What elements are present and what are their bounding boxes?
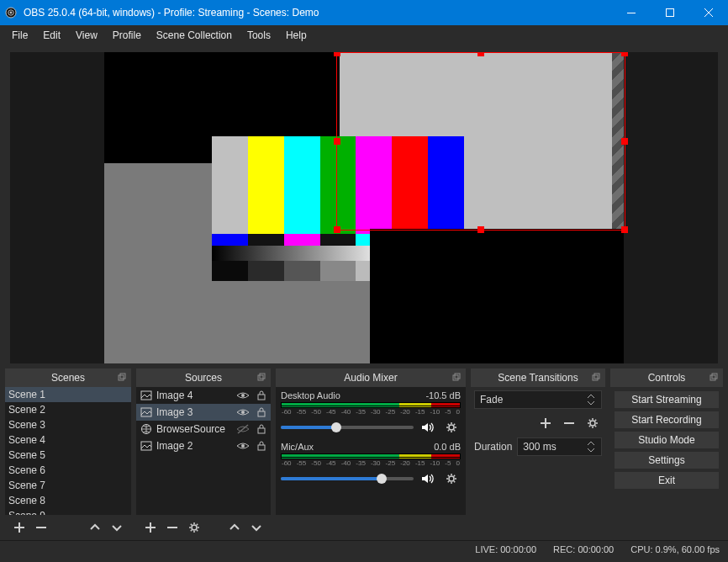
menu-scene-collection[interactable]: Scene Collection	[150, 27, 239, 44]
window-close-button[interactable]	[689, 0, 728, 25]
move-source-down-button[interactable]	[247, 518, 266, 537]
source-properties-button[interactable]	[185, 518, 203, 537]
visibility-toggle[interactable]	[235, 406, 251, 419]
window-maximize-button[interactable]	[651, 0, 689, 25]
popout-icon[interactable]	[451, 371, 462, 383]
remove-transition-button[interactable]	[560, 414, 578, 432]
scene-item[interactable]: Scene 8	[5, 493, 131, 508]
chevron-down-icon[interactable]	[586, 400, 596, 406]
scene-item[interactable]: Scene 2	[5, 402, 131, 417]
exit-button[interactable]: Exit	[614, 471, 720, 490]
transitions-panel-header: Scene Transitions	[471, 368, 605, 387]
controls-panel-header: Controls	[610, 368, 723, 387]
lock-toggle[interactable]	[254, 389, 269, 402]
image-source-icon	[140, 389, 153, 402]
channel-settings-button[interactable]	[442, 418, 461, 437]
scene-item[interactable]: Scene 6	[5, 463, 131, 478]
studio-mode-button[interactable]: Studio Mode	[614, 431, 720, 449]
statusbar: LIVE: 00:00:00 REC: 00:00:00 CPU: 0.9%, …	[0, 540, 728, 557]
popout-icon[interactable]	[256, 371, 267, 383]
svg-rect-26	[594, 374, 599, 379]
svg-rect-17	[141, 442, 151, 450]
menu-view[interactable]: View	[69, 27, 104, 44]
sources-list[interactable]: Image 4 Image 3 BrowserSource Image 2	[136, 387, 271, 515]
transitions-panel-title: Scene Transitions	[498, 372, 578, 384]
source-item[interactable]: BrowserSource	[136, 421, 271, 437]
add-scene-button[interactable]	[10, 518, 29, 537]
svg-point-23	[449, 425, 454, 430]
source-item[interactable]: Image 4	[136, 387, 271, 404]
svg-rect-11	[258, 395, 265, 400]
start-streaming-button[interactable]: Start Streaming	[614, 390, 720, 409]
selection-outline[interactable]	[336, 52, 625, 231]
visibility-toggle[interactable]	[235, 439, 251, 453]
preview-canvas[interactable]	[10, 52, 718, 363]
mixer-channel-name: Desktop Audio	[281, 390, 425, 400]
chevron-down-icon[interactable]	[586, 447, 596, 453]
remove-scene-button[interactable]	[32, 518, 50, 537]
scene-item[interactable]: Scene 5	[5, 448, 131, 463]
window-titlebar: OBS 25.0.4 (64-bit, windows) - Profile: …	[0, 0, 728, 25]
transition-properties-button[interactable]	[583, 414, 602, 432]
volume-slider[interactable]	[281, 426, 414, 429]
mixer-meter	[281, 453, 461, 459]
scene-item[interactable]: Scene 7	[5, 478, 131, 493]
svg-rect-3	[627, 13, 636, 13]
scene-item[interactable]: Scene 4	[5, 432, 131, 448]
lock-toggle[interactable]	[254, 406, 269, 419]
mixer-channel: Mic/Aux 0.0 dB -60-55-50-45-40-35-30-25-…	[276, 438, 466, 490]
add-source-button[interactable]	[141, 518, 160, 537]
visibility-toggle[interactable]	[235, 389, 251, 402]
add-transition-button[interactable]	[536, 414, 555, 432]
svg-rect-14	[258, 411, 265, 416]
lock-toggle[interactable]	[254, 439, 269, 453]
mixer-panel-header: Audio Mixer	[276, 368, 466, 387]
svg-point-13	[241, 411, 245, 414]
svg-rect-25	[593, 375, 598, 380]
scene-item[interactable]: Scene 3	[5, 417, 131, 432]
chevron-up-icon[interactable]	[586, 393, 596, 400]
move-scene-down-button[interactable]	[108, 518, 126, 537]
svg-point-2	[10, 12, 13, 14]
mixer-channel-db: -10.5 dB	[425, 390, 461, 400]
popout-icon[interactable]	[590, 371, 602, 383]
scene-item[interactable]: Scene 1	[5, 387, 131, 402]
browser-source-icon	[140, 422, 153, 436]
scenes-panel-title: Scenes	[51, 372, 85, 384]
volume-slider[interactable]	[281, 477, 414, 480]
svg-rect-4	[667, 9, 674, 17]
menu-profile[interactable]: Profile	[106, 27, 148, 44]
move-scene-up-button[interactable]	[86, 518, 104, 537]
lock-toggle[interactable]	[254, 422, 269, 436]
mute-button[interactable]	[419, 469, 437, 488]
source-item[interactable]: Image 3	[136, 404, 271, 421]
svg-rect-7	[258, 375, 263, 380]
svg-rect-21	[453, 375, 458, 380]
mixer-channel-name: Mic/Aux	[281, 442, 434, 452]
duration-input[interactable]: 300 ms	[517, 437, 602, 456]
popout-icon[interactable]	[116, 371, 128, 383]
window-minimize-button[interactable]	[612, 0, 651, 25]
channel-settings-button[interactable]	[442, 469, 461, 488]
transition-select[interactable]: Fade	[474, 390, 602, 409]
image-source-icon	[140, 439, 153, 453]
visibility-toggle[interactable]	[235, 422, 251, 436]
scene-item[interactable]: Scene 9	[5, 508, 131, 515]
mute-button[interactable]	[419, 418, 437, 437]
source-item[interactable]: Image 2	[136, 437, 271, 454]
popout-icon[interactable]	[708, 371, 720, 383]
menu-edit[interactable]: Edit	[36, 27, 67, 44]
menu-help[interactable]: Help	[279, 27, 314, 44]
settings-button[interactable]: Settings	[614, 451, 720, 469]
svg-point-10	[241, 394, 245, 397]
menu-tools[interactable]: Tools	[240, 27, 277, 44]
chevron-up-icon[interactable]	[586, 440, 596, 447]
svg-rect-28	[710, 375, 715, 380]
move-source-up-button[interactable]	[225, 518, 244, 537]
menu-file[interactable]: File	[5, 27, 34, 44]
sources-panel-title: Sources	[185, 372, 222, 384]
window-title: OBS 25.0.4 (64-bit, windows) - Profile: …	[22, 7, 612, 19]
remove-source-button[interactable]	[163, 518, 182, 537]
start-recording-button[interactable]: Start Recording	[614, 411, 720, 429]
scenes-list[interactable]: Scene 1 Scene 2 Scene 3 Scene 4 Scene 5 …	[5, 387, 131, 515]
